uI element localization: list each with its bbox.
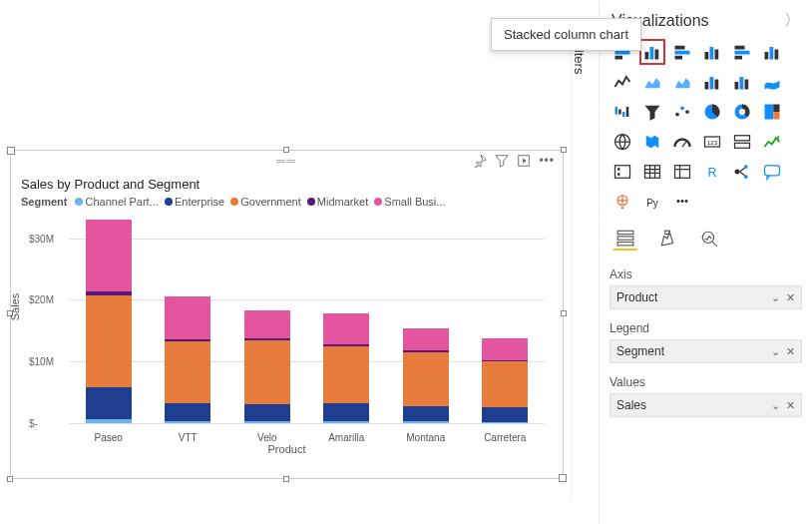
bar-paseo[interactable] <box>86 220 132 423</box>
viz-table[interactable] <box>639 159 665 185</box>
bar-carretera[interactable] <box>482 338 528 423</box>
bar-segment <box>165 403 210 422</box>
legend-item: Midmarket <box>307 196 374 208</box>
svg-rect-16 <box>765 52 769 60</box>
viz-treemap[interactable] <box>759 99 785 125</box>
bar-velo[interactable] <box>244 310 290 423</box>
svg-rect-24 <box>745 80 749 90</box>
viz-card[interactable]: 123 <box>699 129 725 155</box>
svg-rect-10 <box>705 52 709 60</box>
chevron-down-icon[interactable]: ⌄ <box>771 291 780 304</box>
chart-bars <box>69 214 545 423</box>
bar-segment <box>482 422 528 423</box>
legend-field-well[interactable]: Segment ⌄✕ <box>609 339 802 363</box>
legend-item: Government <box>230 196 307 208</box>
more-options-icon[interactable]: ••• <box>539 154 555 168</box>
bar-montana[interactable] <box>403 328 449 423</box>
bar-segment <box>323 313 369 344</box>
focus-icon[interactable] <box>517 154 531 168</box>
remove-field-icon[interactable]: ✕ <box>786 291 795 304</box>
viz-clustered-column[interactable] <box>699 39 725 65</box>
viz-waterfall[interactable] <box>609 99 635 125</box>
viz-100-column[interactable] <box>759 39 785 65</box>
svg-rect-17 <box>770 47 774 60</box>
viz-map[interactable] <box>609 129 635 155</box>
svg-text:R: R <box>707 166 716 180</box>
x-tick: Amarilla <box>323 432 369 443</box>
viz-100-bar[interactable] <box>729 39 755 65</box>
y-axis-label: Sales <box>9 293 21 321</box>
x-tick: Paseo <box>86 432 132 443</box>
svg-rect-9 <box>675 56 683 60</box>
viz-line-column[interactable] <box>699 69 725 95</box>
viz-qna[interactable] <box>759 159 785 185</box>
viz-r-visual[interactable]: R <box>699 159 725 185</box>
viz-area[interactable] <box>639 69 665 95</box>
viz-funnel[interactable] <box>639 99 665 125</box>
viz-multi-card[interactable] <box>729 129 755 155</box>
svg-rect-37 <box>773 112 779 120</box>
viz-stacked-column[interactable] <box>639 39 665 65</box>
svg-rect-4 <box>645 52 649 60</box>
axis-field-value: Product <box>616 290 657 304</box>
fields-tab[interactable] <box>613 227 637 251</box>
legend-item: Channel Part... <box>75 196 165 208</box>
y-tick: $10M <box>29 356 54 367</box>
bar-segment <box>165 421 210 423</box>
bar-amarilla[interactable] <box>323 313 369 423</box>
viz-filled-map[interactable] <box>639 129 665 155</box>
viz-pie[interactable] <box>699 99 725 125</box>
viz-kpi[interactable] <box>759 129 785 155</box>
viz-donut[interactable] <box>729 99 755 125</box>
svg-rect-19 <box>705 82 709 90</box>
collapse-pane-icon[interactable]: 〉 <box>784 10 800 31</box>
drag-grip-icon[interactable]: ══ <box>276 154 297 168</box>
bar-segment <box>86 220 132 291</box>
remove-field-icon[interactable]: ✕ <box>786 399 795 412</box>
viz-matrix[interactable] <box>669 159 695 185</box>
viz-tooltip: Stacked column chart <box>491 18 641 51</box>
x-tick: Velo <box>244 432 290 443</box>
viz-decomp[interactable] <box>729 159 755 185</box>
chevron-down-icon[interactable]: ⌄ <box>771 345 780 358</box>
format-tab[interactable] <box>655 227 679 251</box>
x-axis-ticks: PaseoVTTVeloAmarillaMontanaCarretera <box>69 432 545 443</box>
svg-rect-42 <box>735 143 750 148</box>
svg-rect-25 <box>615 107 618 115</box>
svg-rect-15 <box>735 56 743 60</box>
viz-line[interactable] <box>609 69 635 95</box>
values-field-well[interactable]: Sales ⌄✕ <box>609 393 802 417</box>
bar-segment <box>86 295 132 388</box>
visualizations-pane: Visualizations 〉 123RPy••• Axis Product … <box>599 0 808 524</box>
bar-segment <box>165 296 210 339</box>
viz-gauge[interactable] <box>669 129 695 155</box>
viz-arcgis[interactable] <box>609 189 635 215</box>
chart-visual-container[interactable]: ══ ••• Sales by Product and Segment Segm… <box>10 150 564 479</box>
bar-segment <box>244 340 290 404</box>
viz-clustered-bar[interactable] <box>669 39 695 65</box>
filter-icon[interactable] <box>495 154 509 168</box>
svg-rect-11 <box>710 47 714 60</box>
svg-rect-7 <box>675 46 685 50</box>
filters-pane-collapsed[interactable]: ◁ Filters <box>571 20 595 499</box>
visual-header: ══ ••• <box>11 151 563 171</box>
pin-icon[interactable] <box>473 154 487 168</box>
svg-rect-5 <box>650 47 654 60</box>
axis-field-well[interactable]: Product ⌄✕ <box>609 285 802 309</box>
viz-scatter[interactable] <box>669 99 695 125</box>
viz-ribbon[interactable] <box>759 69 785 95</box>
bar-segment <box>244 310 290 338</box>
viz-stacked-area[interactable] <box>669 69 695 95</box>
viz-py-visual[interactable]: Py <box>639 189 665 215</box>
chevron-down-icon[interactable]: ⌄ <box>771 399 780 412</box>
legend-item: Small Busi... <box>374 196 451 208</box>
remove-field-icon[interactable]: ✕ <box>786 345 795 358</box>
viz-slicer[interactable] <box>609 159 635 185</box>
visualization-type-grid: 123RPy••• <box>609 39 802 215</box>
x-axis-label: Product <box>11 443 563 461</box>
bar-segment <box>86 419 132 423</box>
viz-more[interactable]: ••• <box>669 189 695 215</box>
analytics-tab[interactable] <box>697 227 721 251</box>
bar-vtt[interactable] <box>165 296 210 423</box>
viz-line-column2[interactable] <box>729 69 755 95</box>
